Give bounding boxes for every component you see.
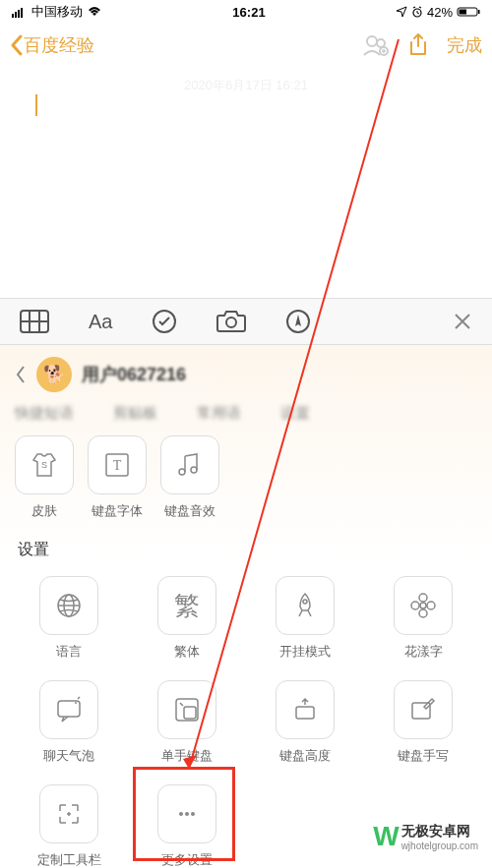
svg-rect-34 [176,699,198,721]
battery-label: 42% [427,5,453,20]
share-icon[interactable] [407,32,429,58]
quick-tiles: S 皮肤 T 键盘字体 键盘音效 [0,422,492,530]
close-icon[interactable] [453,312,472,331]
tile-more-settings[interactable]: 更多设置 [133,784,241,868]
traditional-icon: 繁 [157,576,216,635]
carrier-label: 中国移动 [31,3,83,21]
note-editor[interactable]: 2020年6月17日 16:21 [0,67,492,298]
svg-rect-35 [184,707,196,719]
globe-icon [54,591,84,620]
signal-icon [12,6,28,18]
more-icon [172,799,202,829]
svg-point-22 [191,467,197,473]
avatar[interactable]: 🐕 [36,357,72,392]
tile-bubble[interactable]: 聊天气泡 [15,680,123,765]
svg-point-29 [419,609,427,617]
svg-point-8 [367,36,377,46]
nav-bar: 百度经验 完成 [0,24,492,67]
tile-custom-toolbar[interactable]: 定制工具栏 [15,784,123,868]
tile-sound[interactable]: 键盘音效 [160,435,219,520]
tab-item[interactable]: 设置 [280,404,310,422]
svg-rect-36 [296,707,314,719]
text-cursor [35,94,37,116]
collaborate-icon[interactable] [362,33,390,57]
svg-text:S: S [41,460,47,470]
svg-point-27 [420,603,426,608]
svg-point-42 [191,812,195,816]
custom-icon [54,799,84,829]
tile-height[interactable]: 键盘高度 [251,680,359,765]
svg-point-16 [226,318,236,327]
svg-text:T: T [113,458,122,473]
svg-rect-2 [18,10,20,18]
shirt-icon: S [30,450,59,480]
tab-item[interactable]: 常用语 [197,404,241,422]
tile-font[interactable]: T 键盘字体 [88,435,147,520]
watermark-title: 无极安卓网 [401,823,478,840]
height-icon [290,695,320,724]
bubble-icon [54,695,84,724]
font-icon: T [102,450,132,480]
tile-onehand[interactable]: 单手键盘 [133,680,241,765]
svg-point-40 [179,812,183,816]
svg-rect-3 [21,8,23,18]
svg-point-28 [419,594,427,602]
camera-icon[interactable] [216,310,246,333]
panel-back-icon[interactable] [15,365,27,384]
svg-rect-6 [460,10,467,15]
tile-handwrite[interactable]: 键盘手写 [369,680,477,765]
tile-traditional[interactable]: 繁 繁体 [133,576,241,661]
status-bar: 中国移动 16:21 42% [0,0,492,24]
tab-row: 快捷短语 剪贴板 常用语 设置 [0,404,492,422]
section-settings: 设置 [0,530,492,566]
tile-flower[interactable]: 花漾字 [369,576,477,661]
tab-item[interactable]: 剪贴板 [113,404,157,422]
back-button[interactable]: 百度经验 [10,33,94,57]
checklist-icon[interactable] [152,309,177,334]
tile-skin[interactable]: S 皮肤 [15,435,74,520]
svg-point-41 [185,812,189,816]
svg-point-31 [427,602,435,609]
svg-point-26 [303,600,307,604]
tile-language[interactable]: 语言 [15,576,123,661]
music-icon [175,450,205,480]
svg-point-33 [75,702,77,704]
svg-rect-37 [412,703,430,719]
markup-icon[interactable] [285,309,311,334]
text-format-icon[interactable]: Aa [89,311,112,333]
tile-mode[interactable]: 开挂模式 [251,576,359,661]
keyboard-settings-panel: 🐕 用户0627216 快捷短语 剪贴板 常用语 设置 S 皮肤 T 键盘字体 … [0,345,492,868]
battery-icon [457,6,480,18]
alarm-icon [411,6,423,18]
format-toolbar: Aa [0,298,492,345]
handwrite-icon [408,695,438,724]
flower-icon [408,591,438,620]
wifi-icon [87,6,102,18]
rocket-icon [290,591,320,620]
onehand-icon [172,695,202,724]
table-icon[interactable] [20,310,49,333]
back-label: 百度经验 [24,33,94,57]
svg-point-9 [377,39,385,47]
svg-rect-7 [478,10,480,14]
status-time: 16:21 [232,5,265,20]
svg-rect-0 [12,14,14,18]
watermark-logo: W [373,821,395,852]
done-button[interactable]: 完成 [447,33,482,57]
svg-point-21 [179,469,185,475]
user-name: 用户0627216 [82,363,186,386]
watermark-url: wjhotelgroup.com [401,840,478,851]
svg-point-30 [411,602,419,609]
watermark: W 无极安卓网 wjhotelgroup.com [367,817,484,856]
panel-header: 🐕 用户0627216 [0,345,492,404]
note-date: 2020年6月17日 16:21 [20,77,472,94]
location-icon [396,6,407,18]
tab-item[interactable]: 快捷短语 [15,404,74,422]
svg-rect-1 [15,12,17,18]
